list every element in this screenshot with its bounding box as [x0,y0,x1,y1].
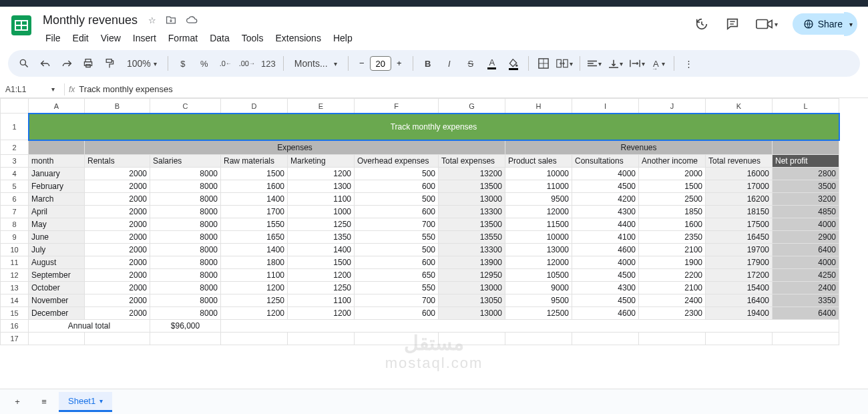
data-cell[interactable]: 1500 [221,168,288,180]
row-header-10[interactable]: 10 [1,244,29,256]
data-cell[interactable]: 8000 [150,180,221,193]
data-cell[interactable]: 19700 [706,244,773,256]
field-header[interactable]: Product sales [505,155,572,168]
data-cell[interactable]: 8000 [150,206,221,218]
field-header[interactable]: Raw materials [221,155,288,168]
empty-cell[interactable] [150,333,221,345]
data-cell[interactable]: 2200 [639,269,706,282]
data-cell[interactable]: 16200 [706,193,773,206]
data-cell[interactable]: 8000 [150,168,221,180]
data-cell[interactable]: 2800 [773,168,839,180]
col-header-A[interactable]: A [29,99,85,114]
data-cell[interactable]: 13000 [439,307,505,320]
data-cell[interactable]: 16000 [706,168,773,180]
data-cell[interactable]: 2100 [639,244,706,256]
menu-data[interactable]: Data [204,30,235,46]
data-cell[interactable]: 8000 [150,256,221,269]
data-cell[interactable]: 1700 [221,206,288,218]
data-cell[interactable]: 1250 [288,282,355,294]
empty-cell[interactable] [505,333,572,345]
sheet-tab-active[interactable]: Sheet1 ▾ [59,392,112,412]
col-header-C[interactable]: C [150,99,221,114]
data-cell[interactable]: 4600 [572,307,639,320]
add-sheet-button[interactable]: + [5,392,29,412]
data-cell[interactable]: 13300 [439,244,505,256]
data-cell[interactable]: 500 [355,168,439,180]
merge-cells-icon[interactable]: ▾ [556,54,574,73]
data-cell[interactable]: 500 [355,244,439,256]
data-cell[interactable]: 13550 [439,231,505,244]
row-header-8[interactable]: 8 [1,218,29,231]
menu-format[interactable]: Format [163,30,203,46]
data-cell[interactable]: 4200 [572,193,639,206]
data-cell[interactable]: 9500 [505,294,572,307]
data-cell[interactable]: 13050 [439,294,505,307]
data-cell[interactable]: April [29,206,85,218]
data-cell[interactable]: 1550 [221,218,288,231]
menu-insert[interactable]: Insert [128,30,162,46]
field-header[interactable]: Overhead expenses [355,155,439,168]
data-cell[interactable]: 2000 [85,269,150,282]
bold-icon[interactable]: B [419,54,437,73]
data-cell[interactable]: 3500 [773,180,839,193]
field-header[interactable]: Another income [639,155,706,168]
data-cell[interactable]: May [29,218,85,231]
row-header-17[interactable]: 17 [1,333,29,345]
data-cell[interactable]: October [29,282,85,294]
data-cell[interactable]: 2500 [639,193,706,206]
data-cell[interactable]: 19400 [706,307,773,320]
data-cell[interactable]: 1200 [221,307,288,320]
data-cell[interactable]: 550 [355,231,439,244]
data-cell[interactable]: 1600 [221,180,288,193]
data-cell[interactable]: 2000 [639,168,706,180]
section-blank[interactable] [29,140,85,155]
data-cell[interactable]: 2100 [639,282,706,294]
text-wrap-icon[interactable]: ▾ [628,54,647,73]
data-cell[interactable]: 550 [355,282,439,294]
data-cell[interactable]: 1250 [221,294,288,307]
data-cell[interactable]: 13500 [439,218,505,231]
col-header-F[interactable]: F [355,99,439,114]
borders-icon[interactable] [534,54,553,73]
data-cell[interactable]: 1350 [288,231,355,244]
font-size-decrease[interactable]: − [354,55,370,71]
data-cell[interactable]: 2300 [639,307,706,320]
annual-total-value[interactable]: $96,000 [150,320,221,333]
redo-icon[interactable] [57,54,76,73]
data-cell[interactable]: 600 [355,180,439,193]
empty-cell[interactable] [355,333,439,345]
data-cell[interactable]: 16450 [706,231,773,244]
data-cell[interactable]: 600 [355,256,439,269]
data-cell[interactable]: 12950 [439,269,505,282]
undo-icon[interactable] [36,54,55,73]
data-cell[interactable]: 10500 [505,269,572,282]
data-cell[interactable]: 17000 [706,180,773,193]
row-header-7[interactable]: 7 [1,206,29,218]
col-header-L[interactable]: L [773,99,839,114]
data-cell[interactable]: 1250 [288,218,355,231]
col-header-E[interactable]: E [288,99,355,114]
data-cell[interactable]: 4600 [572,244,639,256]
decrease-decimal-icon[interactable]: .0← [216,54,235,73]
data-cell[interactable]: 1400 [221,193,288,206]
data-cell[interactable]: 650 [355,269,439,282]
data-cell[interactable]: 12000 [505,206,572,218]
empty-cell[interactable] [85,333,150,345]
row-header-13[interactable]: 13 [1,282,29,294]
fill-color-icon[interactable] [504,54,523,73]
field-header[interactable]: Total revenues [706,155,773,168]
row-header-14[interactable]: 14 [1,294,29,307]
menu-help[interactable]: Help [328,30,358,46]
data-cell[interactable]: 4000 [572,256,639,269]
data-cell[interactable]: 600 [355,307,439,320]
data-cell[interactable]: 2000 [85,218,150,231]
data-cell[interactable]: 13000 [505,244,572,256]
row-header-11[interactable]: 11 [1,256,29,269]
currency-icon[interactable]: $ [174,54,192,73]
empty-cell[interactable] [773,333,839,345]
annual-total-label[interactable]: Annual total [29,320,150,333]
data-cell[interactable]: 2000 [85,307,150,320]
font-size-increase[interactable]: + [391,55,407,71]
data-cell[interactable]: 600 [355,206,439,218]
col-header-B[interactable]: B [85,99,150,114]
